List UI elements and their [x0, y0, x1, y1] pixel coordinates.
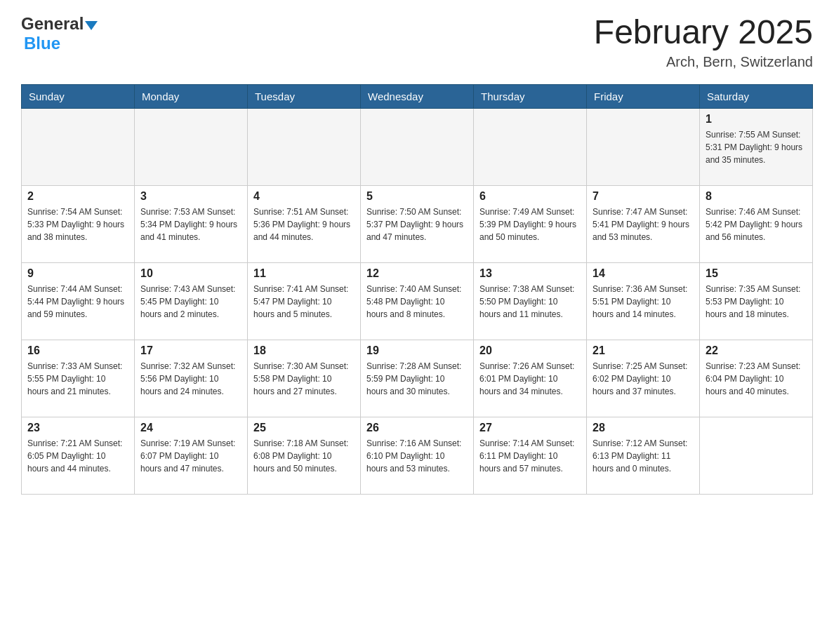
logo-general-text: General [21, 14, 84, 34]
day-info: Sunrise: 7:38 AM Sunset: 5:50 PM Dayligh… [479, 283, 581, 321]
calendar-cell [587, 108, 700, 185]
day-number: 2 [27, 190, 128, 203]
day-info: Sunrise: 7:32 AM Sunset: 5:56 PM Dayligh… [140, 360, 241, 398]
day-info: Sunrise: 7:16 AM Sunset: 6:10 PM Dayligh… [366, 437, 468, 475]
day-number: 18 [253, 344, 355, 357]
page-header: General Blue February 2025 Arch, Bern, S… [21, 14, 813, 70]
calendar-cell: 26Sunrise: 7:16 AM Sunset: 6:10 PM Dayli… [361, 417, 474, 494]
day-number: 6 [479, 190, 581, 203]
day-info: Sunrise: 7:50 AM Sunset: 5:37 PM Dayligh… [366, 206, 468, 243]
day-info: Sunrise: 7:14 AM Sunset: 6:11 PM Dayligh… [479, 437, 581, 475]
calendar-week-row: 1Sunrise: 7:55 AM Sunset: 5:31 PM Daylig… [22, 108, 813, 185]
calendar-cell: 12Sunrise: 7:40 AM Sunset: 5:48 PM Dayli… [361, 262, 474, 340]
day-info: Sunrise: 7:53 AM Sunset: 5:34 PM Dayligh… [140, 206, 241, 243]
day-info: Sunrise: 7:46 AM Sunset: 5:42 PM Dayligh… [706, 206, 807, 243]
calendar-cell: 9Sunrise: 7:44 AM Sunset: 5:44 PM Daylig… [22, 262, 135, 340]
day-info: Sunrise: 7:41 AM Sunset: 5:47 PM Dayligh… [253, 283, 355, 321]
calendar-cell [248, 108, 361, 185]
logo-blue-text: Blue [24, 34, 60, 53]
day-number: 19 [366, 344, 468, 357]
calendar-week-row: 16Sunrise: 7:33 AM Sunset: 5:55 PM Dayli… [22, 340, 813, 417]
day-number: 5 [366, 190, 468, 203]
day-info: Sunrise: 7:40 AM Sunset: 5:48 PM Dayligh… [366, 283, 468, 321]
calendar-cell: 6Sunrise: 7:49 AM Sunset: 5:39 PM Daylig… [474, 185, 587, 262]
day-info: Sunrise: 7:23 AM Sunset: 6:04 PM Dayligh… [706, 360, 807, 398]
calendar-cell [361, 108, 474, 185]
day-number: 9 [27, 267, 128, 280]
day-number: 13 [479, 267, 581, 280]
day-info: Sunrise: 7:26 AM Sunset: 6:01 PM Dayligh… [479, 360, 581, 398]
day-number: 4 [253, 190, 355, 203]
day-number: 8 [706, 190, 807, 203]
day-info: Sunrise: 7:19 AM Sunset: 6:07 PM Dayligh… [140, 437, 241, 475]
calendar-cell: 10Sunrise: 7:43 AM Sunset: 5:45 PM Dayli… [135, 262, 248, 340]
day-number: 1 [706, 113, 807, 126]
location-subtitle: Arch, Bern, Switzerland [594, 54, 813, 70]
day-info: Sunrise: 7:44 AM Sunset: 5:44 PM Dayligh… [27, 283, 128, 321]
calendar-cell: 1Sunrise: 7:55 AM Sunset: 5:31 PM Daylig… [700, 108, 813, 185]
calendar-cell: 17Sunrise: 7:32 AM Sunset: 5:56 PM Dayli… [135, 340, 248, 417]
calendar-cell: 8Sunrise: 7:46 AM Sunset: 5:42 PM Daylig… [700, 185, 813, 262]
calendar-week-row: 9Sunrise: 7:44 AM Sunset: 5:44 PM Daylig… [22, 262, 813, 340]
calendar-cell [700, 417, 813, 494]
calendar-cell: 20Sunrise: 7:26 AM Sunset: 6:01 PM Dayli… [474, 340, 587, 417]
day-info: Sunrise: 7:51 AM Sunset: 5:36 PM Dayligh… [253, 206, 355, 243]
calendar-cell: 25Sunrise: 7:18 AM Sunset: 6:08 PM Dayli… [248, 417, 361, 494]
day-info: Sunrise: 7:47 AM Sunset: 5:41 PM Dayligh… [593, 206, 694, 243]
day-number: 20 [479, 344, 581, 357]
calendar-header-wednesday: Wednesday [361, 84, 474, 108]
day-number: 28 [593, 422, 694, 434]
day-number: 17 [140, 344, 241, 357]
day-info: Sunrise: 7:35 AM Sunset: 5:53 PM Dayligh… [706, 283, 807, 321]
day-number: 27 [479, 422, 581, 434]
calendar-cell: 3Sunrise: 7:53 AM Sunset: 5:34 PM Daylig… [135, 185, 248, 262]
day-number: 23 [27, 422, 128, 434]
calendar-header-sunday: Sunday [22, 84, 135, 108]
day-number: 24 [140, 422, 241, 434]
calendar-cell: 21Sunrise: 7:25 AM Sunset: 6:02 PM Dayli… [587, 340, 700, 417]
calendar-header-row: SundayMondayTuesdayWednesdayThursdayFrid… [22, 84, 813, 108]
calendar-cell: 22Sunrise: 7:23 AM Sunset: 6:04 PM Dayli… [700, 340, 813, 417]
day-number: 16 [27, 344, 128, 357]
calendar-cell: 15Sunrise: 7:35 AM Sunset: 5:53 PM Dayli… [700, 262, 813, 340]
day-info: Sunrise: 7:18 AM Sunset: 6:08 PM Dayligh… [253, 437, 355, 475]
day-info: Sunrise: 7:43 AM Sunset: 5:45 PM Dayligh… [140, 283, 241, 321]
day-number: 3 [140, 190, 241, 203]
day-number: 26 [366, 422, 468, 434]
calendar-cell: 27Sunrise: 7:14 AM Sunset: 6:11 PM Dayli… [474, 417, 587, 494]
day-info: Sunrise: 7:49 AM Sunset: 5:39 PM Dayligh… [479, 206, 581, 243]
calendar-header-monday: Monday [135, 84, 248, 108]
logo-triangle-icon [85, 21, 98, 30]
day-number: 15 [706, 267, 807, 280]
day-number: 22 [706, 344, 807, 357]
logo: General Blue [21, 14, 98, 53]
day-number: 11 [253, 267, 355, 280]
day-info: Sunrise: 7:36 AM Sunset: 5:51 PM Dayligh… [593, 283, 694, 321]
day-number: 12 [366, 267, 468, 280]
title-area: February 2025 Arch, Bern, Switzerland [594, 14, 813, 70]
calendar-cell: 18Sunrise: 7:30 AM Sunset: 5:58 PM Dayli… [248, 340, 361, 417]
calendar-cell [22, 108, 135, 185]
calendar-cell [474, 108, 587, 185]
day-info: Sunrise: 7:54 AM Sunset: 5:33 PM Dayligh… [27, 206, 128, 243]
calendar-cell [135, 108, 248, 185]
calendar-week-row: 23Sunrise: 7:21 AM Sunset: 6:05 PM Dayli… [22, 417, 813, 494]
calendar-cell: 28Sunrise: 7:12 AM Sunset: 6:13 PM Dayli… [587, 417, 700, 494]
calendar-cell: 24Sunrise: 7:19 AM Sunset: 6:07 PM Dayli… [135, 417, 248, 494]
calendar-cell: 23Sunrise: 7:21 AM Sunset: 6:05 PM Dayli… [22, 417, 135, 494]
calendar-cell: 14Sunrise: 7:36 AM Sunset: 5:51 PM Dayli… [587, 262, 700, 340]
calendar-cell: 13Sunrise: 7:38 AM Sunset: 5:50 PM Dayli… [474, 262, 587, 340]
calendar-header-tuesday: Tuesday [248, 84, 361, 108]
day-info: Sunrise: 7:12 AM Sunset: 6:13 PM Dayligh… [593, 437, 694, 475]
month-title: February 2025 [594, 14, 813, 51]
calendar-cell: 2Sunrise: 7:54 AM Sunset: 5:33 PM Daylig… [22, 185, 135, 262]
calendar-cell: 16Sunrise: 7:33 AM Sunset: 5:55 PM Dayli… [22, 340, 135, 417]
day-number: 21 [593, 344, 694, 357]
day-number: 25 [253, 422, 355, 434]
day-number: 14 [593, 267, 694, 280]
day-info: Sunrise: 7:21 AM Sunset: 6:05 PM Dayligh… [27, 437, 128, 475]
calendar-cell: 5Sunrise: 7:50 AM Sunset: 5:37 PM Daylig… [361, 185, 474, 262]
calendar-header-saturday: Saturday [700, 84, 813, 108]
calendar-header-friday: Friday [587, 84, 700, 108]
day-info: Sunrise: 7:25 AM Sunset: 6:02 PM Dayligh… [593, 360, 694, 398]
